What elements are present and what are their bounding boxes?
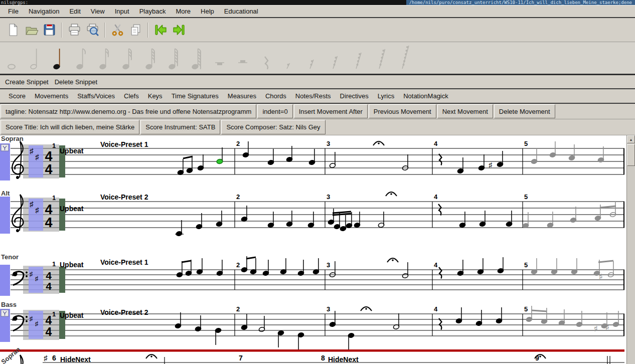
duration-whole-button[interactable] — [2, 43, 22, 72]
note[interactable] — [497, 151, 504, 167]
duration-64th-rest-button[interactable] — [348, 43, 368, 72]
note[interactable] — [259, 316, 265, 332]
note[interactable] — [197, 258, 203, 274]
treble-clef-icon[interactable] — [12, 195, 23, 232]
snippet-delete-snippet[interactable]: Delete Snippet — [55, 77, 103, 87]
key-signature-sharp[interactable]: ♯ — [30, 315, 33, 322]
button-score-composer-satz-nils-gey[interactable]: Score Composer: Satz: Nils Gey — [221, 120, 325, 134]
duration-quarter-button[interactable] — [48, 43, 68, 72]
time-signature-denominator[interactable]: 4 — [46, 325, 52, 338]
duration-32nd-button[interactable] — [117, 43, 137, 72]
time-signature-numerator[interactable]: 4 — [45, 202, 52, 217]
note[interactable] — [531, 148, 538, 164]
treble-clef-icon[interactable] — [12, 141, 23, 179]
note[interactable] — [479, 154, 485, 170]
upbeat-bar[interactable] — [59, 199, 65, 231]
note[interactable] — [393, 313, 400, 329]
menu-more[interactable]: More — [171, 6, 196, 17]
note[interactable] — [496, 307, 503, 323]
note[interactable] — [243, 141, 249, 157]
upbeat-directive[interactable]: Upbeat — [60, 261, 84, 269]
menu-input[interactable]: Input — [110, 6, 134, 17]
snippet-create-snippet[interactable]: Create Snippet — [5, 77, 55, 87]
objmenu-notationmagick[interactable]: NotationMagick — [399, 91, 453, 101]
note[interactable] — [354, 212, 361, 228]
upbeat-directive[interactable]: Upbeat — [60, 147, 84, 155]
key-signature-sharp[interactable]: ♯ — [35, 206, 39, 214]
note[interactable] — [340, 215, 347, 231]
note[interactable] — [378, 212, 385, 228]
menu-file[interactable]: File — [3, 6, 24, 17]
voice-preset-directive[interactable]: Voice-Preset 1 — [100, 140, 148, 148]
note[interactable] — [457, 260, 464, 276]
open-button[interactable] — [22, 21, 40, 40]
note[interactable] — [195, 315, 202, 331]
key-signature-sharp[interactable]: ♯ — [30, 200, 34, 208]
button-score-instrument-satb[interactable]: Score Instrument: SATB — [140, 120, 220, 134]
staff-label[interactable]: Tenor — [1, 253, 19, 261]
time-signature-numerator[interactable]: 4 — [45, 149, 52, 164]
hidenext-directive[interactable]: HideNext — [328, 355, 359, 363]
note[interactable] — [241, 314, 248, 330]
duration-128th-button[interactable] — [164, 43, 184, 72]
note[interactable] — [330, 261, 336, 277]
note[interactable] — [480, 211, 486, 227]
voice-preset-directive[interactable]: Voice-Preset 2 — [100, 308, 148, 316]
fermata[interactable] — [146, 354, 157, 358]
duration-16th-rest-button[interactable] — [302, 43, 322, 72]
button-score-title-ich-will-dich-lieben-meine-s[interactable]: Score Title: Ich will dich lieben, meine… — [1, 120, 139, 134]
key-signature-sharp[interactable]: ♯ — [35, 152, 39, 161]
hidenext-directive[interactable]: HideNext — [60, 355, 91, 363]
objmenu-movements[interactable]: Movements — [30, 91, 73, 101]
note[interactable] — [313, 258, 320, 274]
note[interactable] — [608, 261, 614, 277]
button-next-movement[interactable]: Next Movement — [437, 104, 493, 118]
note[interactable] — [613, 311, 619, 327]
save-button[interactable] — [40, 21, 58, 40]
staff-label[interactable]: Alt — [1, 190, 10, 197]
input-cursor-note[interactable] — [216, 147, 223, 164]
duration-256th-rest-button[interactable] — [394, 43, 414, 72]
menu-playback[interactable]: Playback — [134, 6, 171, 17]
button-insert-movement-after[interactable]: Insert Movement After — [294, 104, 368, 118]
duration-16th-button[interactable] — [94, 43, 114, 72]
quarter-rest-glyph[interactable] — [439, 267, 442, 279]
objmenu-directives[interactable]: Directives — [336, 91, 373, 101]
note[interactable] — [551, 258, 558, 274]
quarter-rest-glyph[interactable] — [439, 318, 442, 330]
note[interactable] — [569, 144, 575, 160]
note[interactable] — [598, 146, 604, 162]
staff-directive-icon[interactable] — [1, 144, 9, 151]
duration-128th-rest-button[interactable] — [371, 43, 391, 72]
score-canvas[interactable]: Sopran♯♯441UpbeatVoice-Preset 12345♯Alt♯… — [0, 135, 635, 364]
objmenu-notes-rests[interactable]: Notes/Rests — [291, 91, 336, 101]
button-previous-movement[interactable]: Previous Movement — [369, 104, 436, 118]
go-first-button[interactable] — [151, 21, 170, 40]
objmenu-measures[interactable]: Measures — [223, 91, 261, 101]
duration-eighth-rest-button[interactable] — [279, 43, 299, 72]
scrollbar-thumb[interactable] — [627, 144, 635, 166]
menu-navigation[interactable]: Navigation — [24, 6, 64, 17]
duration-whole-rest-button[interactable] — [210, 43, 230, 72]
objmenu-chords[interactable]: Chords — [261, 91, 291, 101]
note[interactable] — [547, 212, 554, 228]
note[interactable] — [348, 333, 355, 350]
note[interactable] — [456, 307, 462, 323]
go-last-button[interactable] — [170, 21, 188, 40]
menu-educational[interactable]: Educational — [219, 6, 263, 17]
button-delete-movement[interactable]: Delete Movement — [494, 104, 555, 118]
print-preview-button[interactable] — [83, 21, 101, 40]
vertical-scrollbar[interactable]: ▲ — [626, 135, 635, 364]
key-signature-sharp[interactable]: ♯ — [30, 270, 33, 278]
staff-label[interactable]: Sopran — [1, 135, 24, 142]
note[interactable] — [280, 258, 287, 274]
duration-half-button[interactable] — [25, 43, 45, 72]
staff-directive-icon[interactable] — [1, 310, 9, 316]
note[interactable] — [308, 212, 314, 228]
new-button[interactable] — [4, 21, 22, 40]
staff-label-rotated[interactable]: Sopran — [0, 345, 22, 364]
time-signature-denominator[interactable]: 4 — [45, 162, 52, 177]
note[interactable] — [268, 212, 274, 228]
note[interactable] — [309, 149, 315, 165]
note[interactable] — [215, 328, 222, 345]
